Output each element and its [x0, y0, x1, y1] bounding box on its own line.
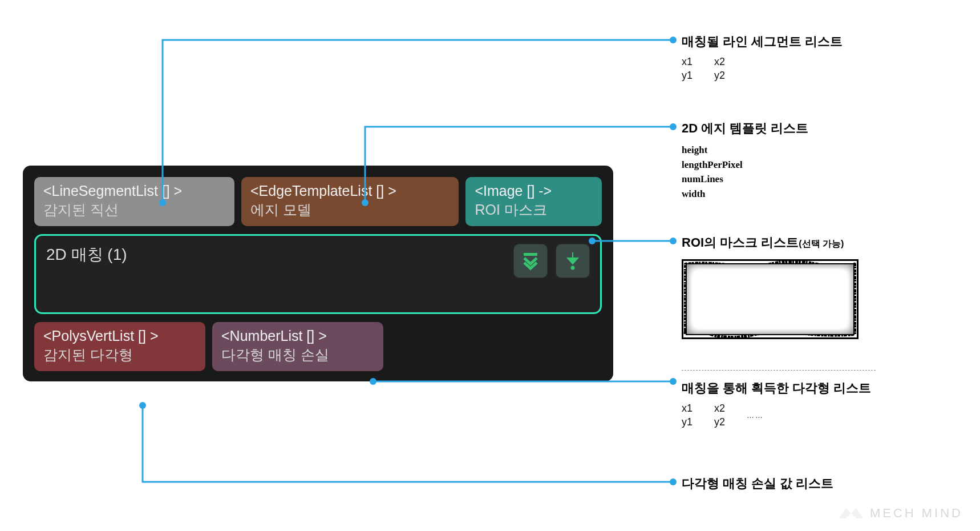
svg-point-12: [139, 402, 146, 409]
run-button[interactable]: [556, 244, 590, 278]
port-type: <LineSegmentList [] >: [43, 183, 225, 199]
port-label: 다각형 매칭 손실: [221, 345, 374, 364]
annotation-number: 다각형 매칭 손실 값 리스트: [682, 475, 955, 492]
svg-point-11: [670, 478, 677, 485]
svg-rect-0: [524, 253, 537, 256]
port-edge-template[interactable]: <EdgeTemplateList [] > 에지 모델: [241, 177, 459, 226]
port-label: ROI 마스크: [475, 200, 593, 219]
annotation-title: 2D 에지 템플릿 리스트: [682, 120, 955, 137]
separator: [682, 370, 876, 371]
node-title-bar[interactable]: 2D 매칭 (1): [34, 234, 602, 314]
port-type: <NumberList [] >: [221, 328, 374, 344]
annotation-title: 다각형 매칭 손실 값 리스트: [682, 475, 955, 492]
annotation-edge-template: 2D 에지 템플릿 리스트 height lengthPerPixel numL…: [682, 120, 955, 201]
port-number[interactable]: <NumberList [] > 다각형 매칭 손실: [212, 322, 383, 371]
arrow-down-dot-icon: [564, 251, 581, 271]
brand-logo-icon: [838, 505, 864, 522]
svg-rect-2: [685, 262, 856, 336]
svg-point-3: [670, 37, 677, 43]
port-label: 감지된 다각형: [43, 345, 196, 364]
input-port-row: <LineSegmentList [] > 감지된 직선 <EdgeTempla…: [31, 177, 605, 226]
annotation-coords: x1y1 x2y2 ……: [682, 401, 955, 429]
port-type: <PolysVertList [] >: [43, 328, 196, 344]
svg-point-5: [670, 123, 677, 130]
annotation-title: ROI의 마스크 리스트(선택 가능): [682, 234, 955, 251]
double-chevron-down-icon: [521, 251, 540, 271]
svg-point-7: [670, 238, 677, 244]
annotation-line-segment: 매칭될 라인 세그먼트 리스트 x1y1 x2y2: [682, 33, 955, 83]
annotation-roi-mask: ROI의 마스크 리스트(선택 가능): [682, 234, 955, 339]
port-type: <EdgeTemplateList [] >: [250, 183, 449, 199]
port-label: 감지된 직선: [43, 200, 225, 219]
node-actions: [513, 244, 590, 278]
annotation-polys: 매칭을 통해 획득한 다각형 리스트 x1y1 x2y2 ……: [682, 361, 955, 429]
output-port-row: <PolysVertList [] > 감지된 다각형 <NumberList …: [31, 322, 605, 371]
mask-outline-icon: [683, 261, 857, 337]
annotation-coords: x1y1 x2y2: [682, 55, 955, 83]
annotation-fields: height lengthPerPixel numLines width: [682, 143, 955, 201]
svg-point-1: [571, 266, 575, 270]
svg-point-9: [670, 378, 677, 385]
port-label: 에지 모델: [250, 200, 449, 219]
brand-watermark: MECH MIND: [838, 505, 963, 522]
annotation-title: 매칭을 통해 획득한 다각형 리스트: [682, 380, 955, 397]
port-polys[interactable]: <PolysVertList [] > 감지된 다각형: [34, 322, 205, 371]
port-type: <Image [] ->: [475, 183, 593, 199]
annotation-title: 매칭될 라인 세그먼트 리스트: [682, 33, 955, 50]
mask-thumbnail: [682, 259, 858, 339]
expand-down-button[interactable]: [513, 244, 548, 278]
node-title: 2D 매칭 (1): [46, 244, 127, 266]
port-line-segment[interactable]: <LineSegmentList [] > 감지된 직선: [34, 177, 234, 226]
node-panel: <LineSegmentList [] > 감지된 직선 <EdgeTempla…: [23, 166, 613, 381]
port-image[interactable]: <Image [] -> ROI 마스크: [465, 177, 602, 226]
